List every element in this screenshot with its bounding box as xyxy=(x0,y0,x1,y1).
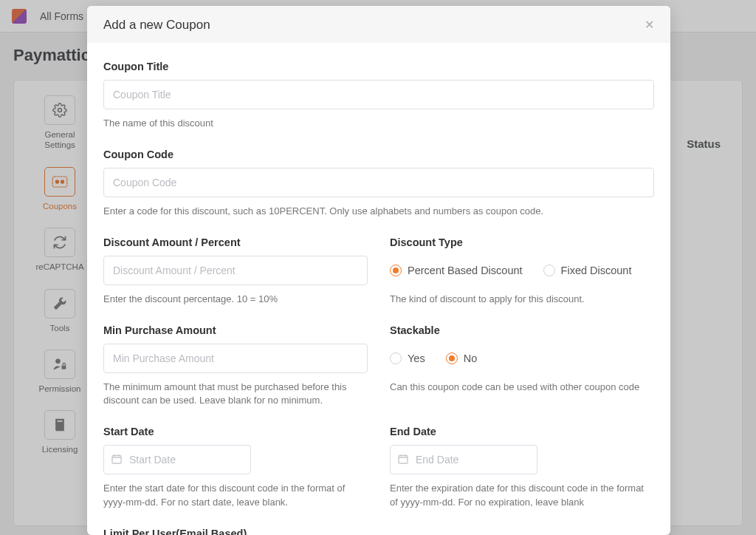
limit-per-user-label: Limit Per User(Email Based) xyxy=(103,528,654,535)
svg-rect-7 xyxy=(112,456,121,464)
radio-label: Percent Based Discount xyxy=(408,265,523,276)
min-purchase-label: Min Purchase Amount xyxy=(103,324,368,336)
radio-label: No xyxy=(464,352,478,364)
discount-type-help: The kind of discount to apply for this d… xyxy=(390,293,654,307)
calendar-icon xyxy=(397,453,409,468)
coupon-title-label: Coupon Title xyxy=(103,61,654,72)
discount-amount-input[interactable] xyxy=(103,256,368,285)
radio-label: Yes xyxy=(408,352,425,364)
end-date-input[interactable] xyxy=(390,445,537,474)
coupon-title-help: The name of this discount xyxy=(103,117,654,131)
stackable-no-radio[interactable]: No xyxy=(446,352,478,364)
radio-icon xyxy=(543,265,555,276)
radio-icon xyxy=(390,265,402,276)
discount-amount-help: Enter the discount percentage. 10 = 10% xyxy=(103,293,368,307)
coupon-code-help: Enter a code for this discount, such as … xyxy=(103,205,654,219)
discount-type-fixed-radio[interactable]: Fixed Discount xyxy=(543,265,632,276)
end-date-help: Enter the expiration date for this disco… xyxy=(390,482,654,510)
coupon-code-input[interactable] xyxy=(103,168,654,197)
modal-title: Add a new Coupon xyxy=(103,18,210,33)
add-coupon-modal: Add a new Coupon ✕ Coupon Title The name… xyxy=(87,6,670,535)
min-purchase-input[interactable] xyxy=(103,344,368,373)
discount-type-percent-radio[interactable]: Percent Based Discount xyxy=(390,265,523,276)
start-date-label: Start Date xyxy=(103,426,368,437)
end-date-label: End Date xyxy=(390,426,654,437)
radio-label: Fixed Discount xyxy=(561,265,632,276)
stackable-label: Stackable xyxy=(390,324,654,336)
close-icon[interactable]: ✕ xyxy=(645,19,654,31)
modal-body: Coupon Title The name of this discount C… xyxy=(87,43,670,535)
stackable-yes-radio[interactable]: Yes xyxy=(390,352,425,364)
modal-header: Add a new Coupon ✕ xyxy=(87,6,670,43)
discount-amount-label: Discount Amount / Percent xyxy=(103,236,368,248)
start-date-input[interactable] xyxy=(103,445,251,474)
min-purchase-help: The minimum amount that must be purchase… xyxy=(103,381,368,409)
coupon-title-input[interactable] xyxy=(103,80,654,109)
start-date-help: Enter the start date for this discount c… xyxy=(103,482,368,510)
stackable-help: Can this coupon code can be used with ot… xyxy=(390,381,654,395)
modal-overlay: Add a new Coupon ✕ Coupon Title The name… xyxy=(0,0,756,535)
svg-rect-8 xyxy=(399,456,408,464)
coupon-code-label: Coupon Code xyxy=(103,149,654,160)
discount-type-label: Discount Type xyxy=(390,236,654,248)
calendar-icon xyxy=(111,453,123,468)
radio-icon xyxy=(390,352,402,364)
radio-icon xyxy=(446,352,458,364)
